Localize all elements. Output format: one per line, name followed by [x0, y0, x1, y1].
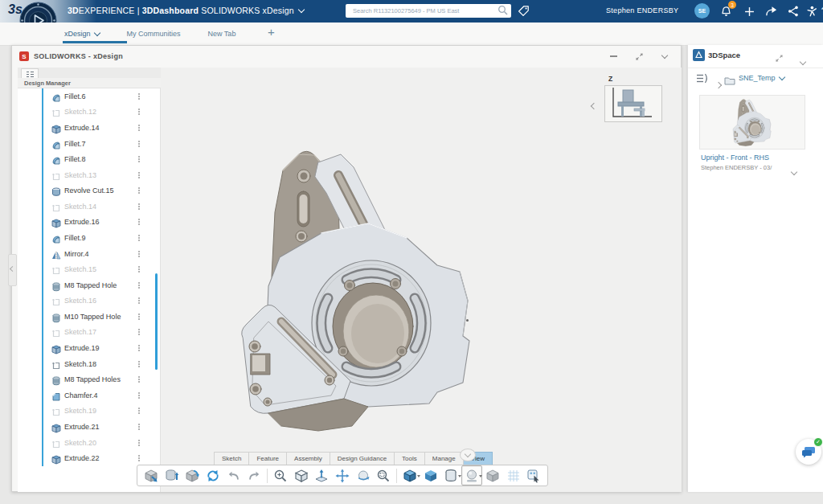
tree-item-sketch-13[interactable]: Sketch.13: [18, 167, 161, 183]
window-resize-button[interactable]: [633, 51, 645, 61]
tree-item-sketch-20[interactable]: Sketch.20: [18, 435, 161, 451]
dashboard-tab-xdesign[interactable]: xDesign: [64, 30, 100, 38]
save-data-icon[interactable]: [162, 465, 182, 486]
content-title-link[interactable]: Upright - Front - RHS: [701, 154, 769, 162]
shaded-edges-icon[interactable]: [399, 465, 420, 486]
refresh-icon[interactable]: [203, 465, 223, 486]
tree-item-sketch-19[interactable]: Sketch.19: [18, 404, 161, 420]
panel-list-toggle-icon[interactable]: [696, 72, 709, 87]
item-options-menu[interactable]: [138, 345, 140, 346]
window-minimize-button[interactable]: [608, 51, 619, 61]
search-icon[interactable]: [497, 4, 508, 18]
tree-scrollbar-thumb[interactable]: [155, 273, 158, 370]
item-options-menu[interactable]: [138, 219, 140, 220]
normal-to-icon[interactable]: [312, 465, 333, 486]
item-options-menu[interactable]: [138, 329, 140, 330]
iso-view-icon[interactable]: [291, 465, 312, 486]
notifications-bell-icon[interactable]: 3: [719, 4, 733, 18]
panel-resize-button[interactable]: [775, 51, 784, 66]
item-options-menu[interactable]: [138, 408, 140, 409]
item-options-menu[interactable]: [138, 282, 140, 284]
item-options-menu[interactable]: [138, 361, 140, 363]
item-options-menu[interactable]: [138, 172, 140, 174]
search-input[interactable]: [351, 6, 497, 15]
tree-item-sketch-15[interactable]: Sketch.15: [18, 261, 161, 277]
tree-item-mirror-4[interactable]: Mirror.4: [18, 246, 161, 262]
item-options-menu[interactable]: [138, 235, 140, 236]
item-options-menu[interactable]: [138, 93, 140, 95]
section-view-icon[interactable]: [441, 465, 462, 486]
item-options-menu[interactable]: [138, 203, 140, 205]
messages-button[interactable]: ✓: [796, 439, 821, 465]
item-options-menu[interactable]: [138, 424, 140, 425]
item-options-menu[interactable]: [138, 156, 140, 158]
ambient-occlusion-icon[interactable]: [461, 465, 482, 486]
shaded-icon[interactable]: [420, 465, 441, 486]
tree-item-extrude-16[interactable]: Extrude.16: [18, 215, 161, 231]
global-search[interactable]: [346, 4, 511, 18]
item-options-menu[interactable]: [138, 376, 140, 378]
tree-item-fillet-8[interactable]: Fillet.8: [18, 151, 161, 167]
item-options-menu[interactable]: [138, 187, 140, 189]
tree-item-extrude-19[interactable]: Extrude.19: [18, 340, 161, 356]
tree-item-fillet-7[interactable]: Fillet.7: [18, 136, 161, 152]
tree-item-extrude-22[interactable]: Extrude.22: [18, 450, 161, 466]
tree-item-sketch-14[interactable]: Sketch.14: [18, 199, 161, 215]
ribbon-tab-tools[interactable]: Tools: [395, 452, 425, 465]
tree-item-sketch-17[interactable]: Sketch.17: [18, 325, 161, 341]
pan-icon[interactable]: [332, 465, 353, 486]
zoom-area-icon[interactable]: [374, 465, 395, 486]
help-icon[interactable]: ?: [817, 4, 823, 18]
tree-item-m8-tapped-holes[interactable]: M8 Tapped Holes: [18, 371, 161, 387]
tree-item-sketch-18[interactable]: Sketch.18: [18, 356, 161, 372]
undo-icon[interactable]: [223, 465, 244, 486]
orientation-widget[interactable]: [604, 85, 662, 122]
ribbon-tab-manage[interactable]: Manage: [425, 452, 464, 465]
tree-item-sketch-16[interactable]: Sketch.16: [18, 293, 161, 309]
item-options-menu[interactable]: [138, 109, 140, 110]
tree-item-chamfer-4[interactable]: Chamfer.4: [18, 387, 161, 404]
item-options-menu[interactable]: [138, 266, 140, 268]
share-arrow-icon[interactable]: [764, 4, 778, 18]
update-part-icon[interactable]: [182, 465, 203, 486]
window-collapse-button[interactable]: [659, 51, 670, 61]
tree-item-m8-tapped-hole[interactable]: M8 Tapped Hole: [18, 277, 161, 293]
app-title[interactable]: 3DEXPERIENCE | 3DDashboard SOLIDWORKS xD…: [68, 6, 304, 15]
grid-icon[interactable]: [503, 465, 524, 486]
user-name[interactable]: Stephen ENDERSBY: [606, 6, 678, 14]
tree-item-fillet-9[interactable]: Fillet.9: [18, 230, 161, 246]
avatar[interactable]: SE: [694, 3, 710, 18]
ribbon-tab-design-guidance[interactable]: Design Guidance: [330, 452, 395, 465]
content-thumbnail[interactable]: [699, 95, 805, 150]
tree-item-fillet-6[interactable]: Fillet.6: [18, 88, 161, 104]
selection-options-icon[interactable]: [523, 465, 544, 486]
item-options-menu[interactable]: [138, 440, 140, 441]
share-nodes-icon[interactable]: [786, 4, 800, 18]
ribbon-tab-feature[interactable]: Feature: [249, 452, 287, 465]
rotate-icon[interactable]: [353, 465, 374, 486]
ribbon-tab-assembly[interactable]: Assembly: [287, 452, 330, 465]
window-edge-collapse-handle[interactable]: [8, 254, 17, 286]
item-options-menu[interactable]: [138, 251, 140, 252]
export-part-icon[interactable]: [141, 465, 162, 486]
item-options-menu[interactable]: [138, 455, 140, 457]
new-tab-plus-button[interactable]: +: [268, 25, 275, 39]
redo-icon[interactable]: [244, 465, 264, 486]
dashboard-tab-my-communities[interactable]: My Communities: [127, 30, 181, 38]
tree-item-extrude-21[interactable]: Extrude.21: [18, 419, 161, 435]
ribbon-tab-sketch[interactable]: Sketch: [214, 452, 249, 465]
item-options-menu[interactable]: [138, 297, 140, 299]
content-expand-chevron[interactable]: [792, 163, 796, 178]
tag-icon[interactable]: [516, 4, 530, 18]
panel-collapse-button[interactable]: [800, 53, 805, 68]
tree-item-extrude-14[interactable]: Extrude.14: [18, 120, 161, 136]
tree-item-m10-tapped-hole[interactable]: M10 Tapped Hole: [18, 309, 161, 325]
orientation-collapse-chevron[interactable]: [592, 97, 596, 112]
item-options-menu[interactable]: [138, 125, 140, 126]
dashboard-tab-new-tab[interactable]: New Tab: [208, 30, 236, 38]
item-options-menu[interactable]: [138, 141, 140, 142]
ribbon-collapse-chevron[interactable]: [460, 449, 476, 461]
tree-item-revolve-cut-15[interactable]: Revolve Cut.15: [18, 182, 161, 199]
tree-item-sketch-12[interactable]: Sketch.12: [18, 104, 161, 121]
perspective-icon[interactable]: [482, 465, 503, 486]
